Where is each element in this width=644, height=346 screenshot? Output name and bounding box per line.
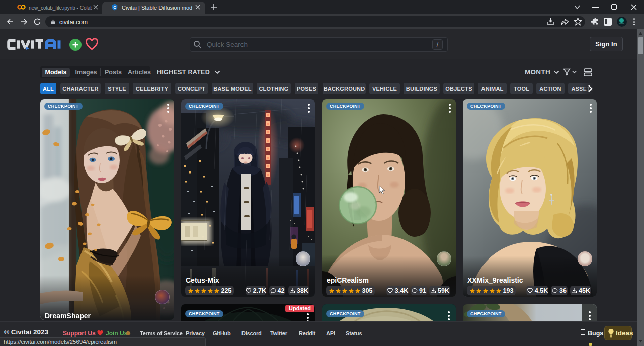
svg-text:C: C [113, 5, 116, 10]
